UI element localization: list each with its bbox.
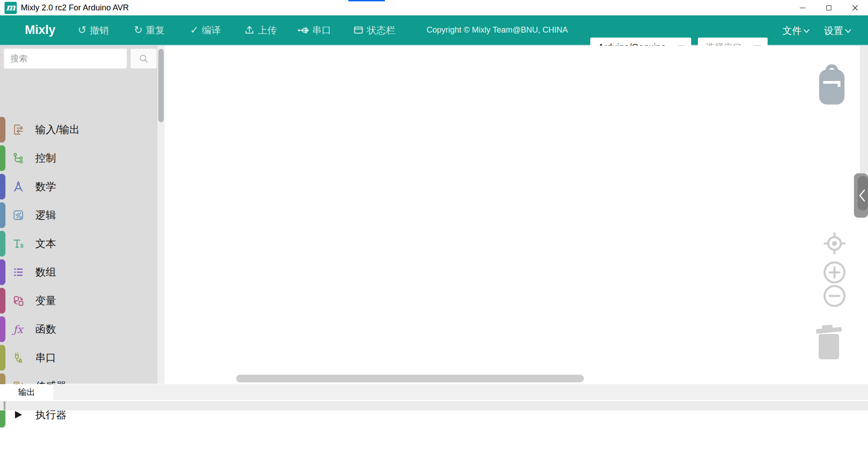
tab-output[interactable]: 输出 (0, 384, 53, 400)
category-color-bar (0, 117, 5, 143)
minimize-button[interactable] (789, 0, 816, 15)
zoom-in-icon[interactable] (823, 261, 846, 284)
sidebar-item-serial[interactable]: 串口 (0, 343, 157, 372)
serial-monitor-button[interactable]: 串口 (297, 15, 331, 45)
trash-icon[interactable] (816, 324, 843, 360)
category-label: 变量 (35, 294, 56, 308)
file-menu-label: 文件 (783, 24, 802, 37)
output-console-scrollbar[interactable] (4, 401, 5, 410)
sidebar-item-math[interactable]: 数学 (0, 172, 157, 201)
close-icon (852, 5, 858, 11)
category-label: 数组 (35, 265, 56, 279)
function-fx-icon: ƒx (12, 323, 24, 336)
array-list-icon (12, 266, 24, 279)
undo-label: 撤销 (90, 24, 109, 37)
maximize-icon (826, 5, 831, 10)
compile-label: 编译 (202, 24, 221, 37)
backpack-icon[interactable] (818, 61, 846, 105)
window-titlebar: m Mixly 2.0 rc2 For Arduino AVR (0, 0, 868, 15)
settings-menu[interactable]: 设置 (824, 24, 851, 37)
category-label: 控制 (35, 151, 56, 165)
tab-output-label: 输出 (18, 386, 35, 398)
sidebar-item-control[interactable]: 控制 (0, 144, 157, 172)
serial-cable-icon (12, 352, 24, 364)
redo-icon: ↻ (134, 25, 142, 35)
undo-icon: ↺ (78, 25, 86, 35)
mixly-app-window: m Mixly 2.0 rc2 For Arduino AVR Mixly ↺ … (0, 0, 868, 467)
chevron-down-icon (803, 29, 810, 33)
sidebar-scrollbar-track[interactable] (157, 46, 165, 384)
redo-button[interactable]: ↻ 重复 (134, 15, 165, 45)
compile-check-icon: ✓ (190, 25, 199, 35)
copyright-text: Copyright © Mixly Team@BNU, CHINA (427, 25, 568, 35)
category-label: 数学 (35, 180, 56, 194)
category-color-bar (0, 174, 5, 200)
sidebar-item-text[interactable]: 文本 (0, 229, 157, 258)
category-label: 函数 (35, 322, 56, 336)
window-title: Mixly 2.0 rc2 For Arduino AVR (21, 3, 129, 13)
minimize-icon (800, 8, 806, 8)
category-color-bar (0, 345, 5, 371)
search-button[interactable] (130, 48, 157, 69)
compile-button[interactable]: ✓ 编译 (190, 15, 221, 45)
search-input[interactable] (4, 48, 127, 69)
category-color-bar (0, 259, 5, 285)
zoom-reset-icon[interactable] (823, 232, 846, 255)
category-color-bar (0, 316, 5, 342)
sidebar-item-variable[interactable]: 变量 (0, 286, 157, 315)
variable-swap-icon (12, 295, 24, 307)
upload-button[interactable]: 上传 (244, 15, 277, 45)
undo-button[interactable]: ↺ 撤销 (78, 15, 109, 45)
math-compass-icon (12, 181, 24, 193)
mixly-logo-icon: m (5, 2, 17, 14)
brand-wordmark: Mixly (25, 23, 56, 37)
io-icon (12, 124, 24, 136)
upload-label: 上传 (258, 24, 277, 37)
category-color-bar (0, 145, 5, 171)
category-label: 文本 (35, 237, 56, 251)
category-color-bar (0, 202, 5, 228)
sidebar-item-function[interactable]: ƒx 函数 (0, 315, 157, 343)
category-label: 逻辑 (35, 208, 56, 222)
text-t-icon (12, 238, 24, 250)
sidebar-item-logic[interactable]: 逻辑 (0, 201, 157, 229)
close-button[interactable] (842, 0, 868, 15)
code-panel-collapse-handle[interactable] (854, 173, 868, 218)
category-label: 串口 (35, 351, 56, 365)
titlebar-accent-strip (348, 0, 385, 1)
category-color-bar (0, 231, 5, 257)
sidebar-item-io[interactable]: 输入/输出 (0, 115, 157, 144)
bottom-tabbar: 输出 (0, 384, 868, 400)
control-branch-icon (12, 152, 24, 165)
canvas-horizontal-scrollbar[interactable] (236, 375, 584, 382)
category-color-bar (0, 288, 5, 314)
logic-check-icon (12, 209, 24, 222)
file-menu[interactable]: 文件 (783, 24, 810, 37)
statusbar-window-icon (353, 25, 364, 35)
category-label: 输入/输出 (35, 123, 80, 137)
block-category-sidebar: 输入/输出 控制 数学 (0, 46, 165, 384)
collapse-chevron-left-icon (859, 189, 865, 202)
canvas-vertical-scrollbar[interactable] (860, 46, 868, 173)
redo-label: 重复 (146, 24, 165, 37)
upload-icon (244, 25, 255, 35)
sidebar-item-array[interactable]: 数组 (0, 258, 157, 286)
settings-menu-label: 设置 (824, 24, 843, 37)
maximize-button[interactable] (816, 0, 842, 15)
usb-serial-icon (297, 25, 309, 35)
serial-label: 串口 (312, 24, 331, 37)
statusbar-toggle-button[interactable]: 状态栏 (353, 15, 395, 45)
chevron-down-icon (845, 29, 851, 33)
blockly-workspace-canvas[interactable] (165, 46, 860, 384)
statusbar-label: 状态栏 (367, 24, 395, 37)
main-toolbar: Mixly ↺ 撤销 ↻ 重复 ✓ 编译 上传 (0, 15, 868, 46)
search-icon (139, 54, 149, 64)
sidebar-scrollbar-thumb[interactable] (158, 49, 164, 122)
zoom-out-icon[interactable] (823, 285, 846, 307)
output-console[interactable] (0, 401, 868, 410)
